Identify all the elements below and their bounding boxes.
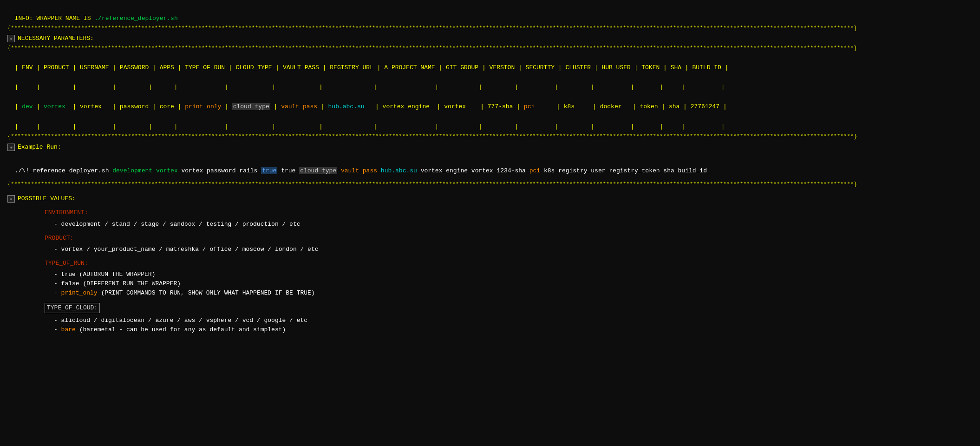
cmd-rest: k8s registry_user registry_token sha bui… bbox=[540, 167, 707, 174]
necessary-parameters-label: NECESSARY PARAMETERS: bbox=[18, 34, 94, 43]
cmd-space4 bbox=[377, 167, 381, 174]
type-of-run-values: - true (AUTORUN THE WRAPPER) - false (DI… bbox=[45, 270, 973, 298]
example-run-command: ./\!_reference_deployer.sh development v… bbox=[7, 157, 973, 175]
table-data-row: | dev | vortex | vortex | password | cor… bbox=[7, 93, 973, 112]
pipe-3: | vortex | password | core | bbox=[65, 103, 185, 110]
cmd-space1 bbox=[152, 167, 156, 174]
product-label-text: PRODUCT: bbox=[45, 235, 73, 242]
col-print-only: print_only bbox=[185, 103, 221, 110]
table-separator: | | | | | | | | | | | | | | | | | | | bbox=[7, 73, 973, 92]
stars-line-3: {***************************************… bbox=[7, 132, 973, 141]
type-of-cloud-values: - alicloud / digitalocean / azure / aws … bbox=[45, 316, 973, 334]
possible-values-label: POSSIBLE VALUES: bbox=[18, 194, 76, 203]
cmd-space2: true bbox=[277, 167, 299, 174]
type-of-cloud-label-text: TYPE_OF_CLOUD: bbox=[45, 303, 100, 313]
necessary-parameters-header: ◈ NECESSARY PARAMETERS: bbox=[7, 34, 973, 43]
stars-line-1: {***************************************… bbox=[7, 24, 973, 33]
cmd-pci: pci bbox=[529, 167, 540, 174]
pipe-8: | k8s | docker | token | sha | 27761247 … bbox=[535, 103, 726, 110]
example-run-icon: ◈ bbox=[7, 144, 15, 151]
col-registry-url: hub.abc.su bbox=[328, 103, 365, 110]
pipe-6: | bbox=[317, 103, 328, 110]
type-of-run-label: TYPE_OF_RUN: bbox=[45, 259, 973, 268]
table-separator-text: | | | | | | | | | | | | | | | | | | | bbox=[15, 84, 725, 91]
type-of-run-section: TYPE_OF_RUN: - true (AUTORUN THE WRAPPER… bbox=[7, 259, 973, 298]
example-run-header: ◈ Example Run: bbox=[7, 143, 973, 152]
example-run-label: Example Run: bbox=[18, 143, 61, 152]
environment-label: ENVIRONMENT: bbox=[45, 208, 973, 217]
type-of-run-label-text: TYPE_OF_RUN: bbox=[45, 260, 88, 267]
environment-label-text: ENVIRONMENT: bbox=[45, 209, 88, 216]
info-filename: ./reference_deployer.sh bbox=[94, 15, 177, 22]
info-line: INFO: WRAPPER NAME IS ./reference_deploy… bbox=[7, 5, 973, 23]
col-cloud-type: cloud_type bbox=[232, 103, 270, 110]
cmd-vortex: vortex bbox=[156, 167, 178, 174]
pipe-1: | bbox=[15, 103, 22, 110]
necessary-icon: ◈ bbox=[7, 35, 15, 42]
col-product: vortex bbox=[44, 103, 65, 110]
cmd-hub-abc: hub.abc.su bbox=[381, 167, 417, 174]
col-vault-pass: vault_pass bbox=[281, 103, 317, 110]
info-prefix: INFO: WRAPPER NAME IS bbox=[15, 15, 95, 22]
stars-line-4: {***************************************… bbox=[7, 180, 973, 189]
table-header-text: | ENV | PRODUCT | USERNAME | PASSWORD | … bbox=[15, 64, 729, 71]
environment-values-text: - development / stand / stage / sandbox … bbox=[54, 221, 301, 228]
toc-item-1: - alicloud / digitalocean / azure / aws … bbox=[54, 316, 973, 325]
cmd-prefix: ./\!_reference_deployer.sh bbox=[15, 167, 113, 174]
product-label: PRODUCT: bbox=[45, 234, 973, 243]
environment-values: - development / stand / stage / sandbox … bbox=[45, 220, 973, 229]
pipe-5: | bbox=[270, 103, 281, 110]
product-section: PRODUCT: - vortex / your_product_name / … bbox=[7, 234, 973, 254]
toc-item-2: - bare (baremetal - can be used for any … bbox=[54, 325, 973, 334]
tor-item-3: - print_only (PRINT COMMANDS TO RUN, SHO… bbox=[54, 289, 973, 298]
cmd-cloud-type: cloud_type bbox=[299, 167, 337, 174]
pipe-7: | vortex_engine | vortex | 777-sha | bbox=[365, 103, 524, 110]
cmd-suffix: vortex_engine vortex 1234-sha bbox=[417, 167, 529, 174]
possible-values-header: ◈ POSSIBLE VALUES: bbox=[7, 194, 973, 203]
table-empty-text: | | | | | | | | | | | | | | | | | | | bbox=[15, 123, 725, 130]
environment-section: ENVIRONMENT: - development / stand / sta… bbox=[7, 208, 973, 229]
col-env: dev bbox=[22, 103, 33, 110]
type-of-cloud-section: TYPE_OF_CLOUD: - alicloud / digitalocean… bbox=[7, 303, 973, 334]
type-of-cloud-label: TYPE_OF_CLOUD: bbox=[45, 303, 973, 313]
cmd-development: development bbox=[112, 167, 152, 174]
table-header: | ENV | PRODUCT | USERNAME | PASSWORD | … bbox=[7, 54, 973, 72]
cmd-true-highlighted: true bbox=[261, 167, 277, 174]
pipe-2: | bbox=[33, 103, 44, 110]
cmd-middle: vortex password rails bbox=[178, 167, 261, 174]
stars-line-2: {***************************************… bbox=[7, 44, 973, 53]
tor-item-2: - false (DIFFERENT RUN THE WRAPPER) bbox=[54, 279, 973, 289]
cmd-space3 bbox=[337, 167, 341, 174]
possible-values-icon: ◈ bbox=[7, 195, 15, 203]
col-security: pci bbox=[524, 103, 535, 110]
table-empty-row: | | | | | | | | | | | | | | | | | | | bbox=[7, 112, 973, 131]
pipe-4: | bbox=[221, 103, 232, 110]
tor-item-1: - true (AUTORUN THE WRAPPER) bbox=[54, 270, 973, 279]
cmd-vault-pass: vault_pass bbox=[341, 167, 377, 174]
product-values: - vortex / your_product_name / matreshka… bbox=[45, 245, 973, 254]
product-values-text: - vortex / your_product_name / matreshka… bbox=[54, 246, 319, 253]
